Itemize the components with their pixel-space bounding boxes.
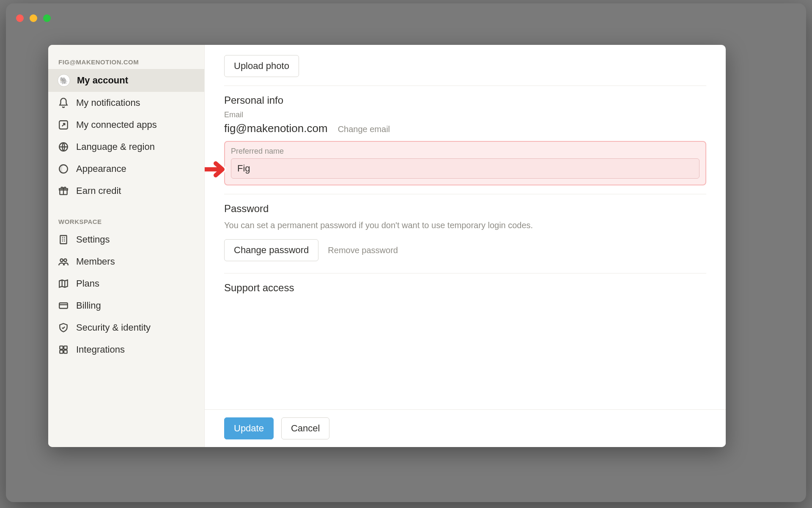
- globe-icon: [58, 141, 69, 153]
- password-buttons: Change password Remove password: [224, 239, 706, 261]
- sidebar-item-my-account[interactable]: 🐘 My account: [48, 69, 204, 92]
- shield-icon: [58, 322, 69, 334]
- upload-photo-button[interactable]: Upload photo: [224, 55, 299, 77]
- svg-rect-11: [60, 350, 63, 353]
- email-row: fig@makenotion.com Change email: [224, 122, 706, 135]
- sidebar-item-label: My account: [77, 75, 128, 86]
- sidebar-item-language-region[interactable]: Language & region: [48, 136, 204, 158]
- preferred-name-highlight: Preferred name: [224, 141, 706, 185]
- sidebar-item-members[interactable]: Members: [48, 251, 204, 273]
- building-icon: [58, 234, 69, 246]
- svg-rect-5: [60, 235, 66, 244]
- sidebar-item-my-notifications[interactable]: My notifications: [48, 92, 204, 114]
- traffic-lights: [16, 14, 51, 22]
- sidebar-workspace-header: WORKSPACE: [48, 214, 204, 229]
- settings-sidebar: FIG@MAKENOTION.COM 🐘 My account My notif…: [48, 45, 205, 447]
- avatar-icon: 🐘: [58, 74, 70, 87]
- minimize-window-icon[interactable]: [30, 14, 37, 22]
- email-label: Email: [224, 110, 706, 119]
- sidebar-item-label: Earn credit: [76, 185, 121, 196]
- svg-rect-9: [60, 346, 63, 349]
- sidebar-item-label: Security & identity: [76, 322, 151, 333]
- sidebar-item-earn-credit[interactable]: Earn credit: [48, 180, 204, 202]
- sidebar-item-appearance[interactable]: Appearance: [48, 158, 204, 180]
- sidebar-item-my-connected-apps[interactable]: My connected apps: [48, 114, 204, 136]
- close-window-icon[interactable]: [16, 14, 24, 22]
- sidebar-item-security-identity[interactable]: Security & identity: [48, 317, 204, 339]
- preferred-name-label: Preferred name: [231, 147, 700, 156]
- svg-rect-12: [64, 350, 67, 353]
- cancel-button[interactable]: Cancel: [281, 417, 329, 439]
- change-email-link[interactable]: Change email: [338, 124, 390, 134]
- email-value: fig@makenotion.com: [224, 122, 328, 135]
- divider: [224, 273, 706, 273]
- password-title: Password: [224, 203, 706, 215]
- moon-icon: [58, 163, 69, 175]
- update-button[interactable]: Update: [224, 417, 274, 439]
- sidebar-item-label: Language & region: [76, 141, 155, 152]
- people-icon: [58, 256, 69, 268]
- gift-icon: [58, 185, 69, 197]
- svg-rect-8: [59, 303, 68, 309]
- remove-password-link[interactable]: Remove password: [328, 246, 398, 255]
- divider: [224, 86, 706, 86]
- sidebar-user-email-header: FIG@MAKENOTION.COM: [48, 54, 204, 69]
- settings-main: Upload photo Personal info Email fig@mak…: [205, 45, 726, 447]
- arrow-callout-icon-outline: [205, 160, 227, 179]
- sidebar-item-integrations[interactable]: Integrations: [48, 339, 204, 361]
- svg-point-6: [60, 259, 63, 262]
- sidebar-item-billing[interactable]: Billing: [48, 295, 204, 317]
- password-description: You can set a permanent password if you …: [224, 219, 562, 232]
- preferred-name-input[interactable]: [231, 158, 700, 179]
- external-link-icon: [58, 119, 69, 131]
- sidebar-item-plans[interactable]: Plans: [48, 273, 204, 295]
- map-icon: [58, 278, 69, 290]
- divider: [224, 194, 706, 194]
- sidebar-item-label: Settings: [76, 234, 110, 245]
- sidebar-item-label: Members: [76, 256, 115, 267]
- arrow-callout-icon: [205, 160, 227, 179]
- svg-rect-10: [64, 346, 67, 349]
- bell-icon: [58, 97, 69, 109]
- grid-icon: [58, 344, 69, 356]
- sidebar-item-label: Appearance: [76, 163, 126, 174]
- mac-window: FIG@MAKENOTION.COM 🐘 My account My notif…: [6, 3, 806, 502]
- sidebar-item-label: My notifications: [76, 97, 140, 108]
- personal-info-title: Personal info: [224, 94, 706, 106]
- settings-modal: FIG@MAKENOTION.COM 🐘 My account My notif…: [48, 45, 726, 447]
- maximize-window-icon[interactable]: [43, 14, 51, 22]
- sidebar-item-label: Integrations: [76, 344, 125, 355]
- credit-card-icon: [58, 300, 69, 312]
- sidebar-item-label: Billing: [76, 300, 101, 311]
- sidebar-item-settings[interactable]: Settings: [48, 229, 204, 251]
- support-access-title: Support access: [224, 282, 706, 294]
- change-password-button[interactable]: Change password: [224, 239, 318, 261]
- sidebar-item-label: Plans: [76, 278, 99, 289]
- sidebar-item-label: My connected apps: [76, 119, 157, 130]
- svg-point-7: [64, 259, 67, 262]
- footer-actions: Update Cancel: [205, 409, 726, 447]
